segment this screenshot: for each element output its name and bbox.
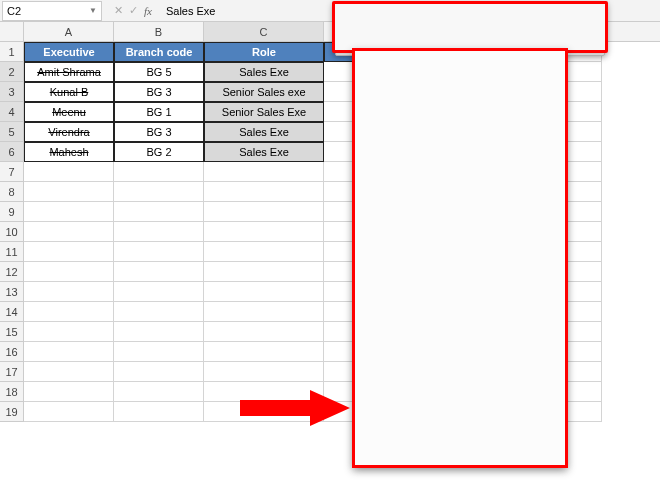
cell-A9[interactable]	[24, 202, 114, 222]
borders-icon[interactable]	[444, 32, 462, 50]
cell-C11[interactable]	[204, 242, 324, 262]
row-head-1[interactable]: 1	[0, 42, 24, 62]
cell-C8[interactable]	[204, 182, 324, 202]
ctx-filter[interactable]: Filter ▶	[356, 289, 564, 313]
cell-B9[interactable]	[114, 202, 204, 222]
cell-B14[interactable]	[114, 302, 204, 322]
cell-A14[interactable]	[24, 302, 114, 322]
row-head-18[interactable]: 18	[0, 382, 24, 402]
cell-A16[interactable]	[24, 342, 114, 362]
cell-A10[interactable]	[24, 222, 114, 242]
col-head-B[interactable]: B	[114, 22, 204, 41]
bold-button[interactable]: B	[339, 32, 357, 50]
row-head-19[interactable]: 19	[0, 402, 24, 422]
font-name-box[interactable]: Calibri▼	[339, 10, 397, 28]
chevron-down-icon[interactable]: ▼	[89, 6, 97, 15]
formula-input[interactable]	[158, 5, 338, 17]
cell-A19[interactable]	[24, 402, 114, 422]
row-head-9[interactable]: 9	[0, 202, 24, 222]
cell-B5[interactable]: BG 3	[114, 122, 204, 142]
row-head-16[interactable]: 16	[0, 342, 24, 362]
row-head-5[interactable]: 5	[0, 122, 24, 142]
font-size-box[interactable]: 11▼	[400, 10, 430, 28]
cell-B3[interactable]: BG 3	[114, 82, 204, 102]
row-head-15[interactable]: 15	[0, 322, 24, 342]
ctx-insert[interactable]: Insert...	[356, 188, 564, 212]
ctx-format-cells[interactable]: Format Cells...	[356, 366, 564, 390]
center-align-icon[interactable]	[381, 32, 399, 50]
ctx-cut[interactable]: Cut	[356, 55, 564, 79]
row-head-3[interactable]: 3	[0, 82, 24, 102]
ctx-pick-list[interactable]: Pick From Drop-down List...	[356, 390, 564, 414]
row-head-7[interactable]: 7	[0, 162, 24, 182]
row-head-6[interactable]: 6	[0, 142, 24, 162]
ctx-copy[interactable]: Copy	[356, 79, 564, 103]
format-painter-icon[interactable]	[538, 10, 556, 28]
cell-A15[interactable]	[24, 322, 114, 342]
cell-C6[interactable]: Sales Exe	[204, 142, 324, 162]
cell-B19[interactable]	[114, 402, 204, 422]
row-head-11[interactable]: 11	[0, 242, 24, 262]
font-color-icon[interactable]: A	[423, 32, 441, 50]
cell-C3[interactable]: Senior Sales exe	[204, 82, 324, 102]
cell-A7[interactable]	[24, 162, 114, 182]
cell-C13[interactable]	[204, 282, 324, 302]
row-head-8[interactable]: 8	[0, 182, 24, 202]
paste-opt-default[interactable]: A	[386, 129, 414, 155]
row-head-2[interactable]: 2	[0, 62, 24, 82]
increase-font-icon[interactable]: A▴	[433, 10, 451, 28]
percent-format-icon[interactable]: %	[496, 10, 514, 28]
cell-A13[interactable]	[24, 282, 114, 302]
cell-C5[interactable]: Sales Exe	[204, 122, 324, 142]
cell-C10[interactable]	[204, 222, 324, 242]
ctx-insert-comment[interactable]: Insert Comment	[356, 342, 564, 366]
cell-B15[interactable]	[114, 322, 204, 342]
col-head-C[interactable]: C	[204, 22, 324, 41]
name-box[interactable]: C2 ▼	[2, 1, 102, 21]
ctx-clear[interactable]: Clear Contents	[356, 236, 564, 260]
comma-format-icon[interactable]: ,	[517, 10, 535, 28]
cell-C12[interactable]	[204, 262, 324, 282]
cell-C4[interactable]: Senior Sales Exe	[204, 102, 324, 122]
ctx-paste-special[interactable]: Paste Special...	[356, 159, 564, 183]
row-head-13[interactable]: 13	[0, 282, 24, 302]
cell-B18[interactable]	[114, 382, 204, 402]
cell-A6[interactable]: Mahesh	[24, 142, 114, 162]
ctx-delete[interactable]: Delete...	[356, 212, 564, 236]
cell-B10[interactable]	[114, 222, 204, 242]
cell-B12[interactable]	[114, 262, 204, 282]
accounting-format-icon[interactable]: $	[475, 10, 493, 28]
cell-A17[interactable]	[24, 362, 114, 382]
cell-C2[interactable]: Sales Exe	[204, 62, 324, 82]
cell-C7[interactable]	[204, 162, 324, 182]
cell-C15[interactable]	[204, 322, 324, 342]
cell-B6[interactable]: BG 2	[114, 142, 204, 162]
increase-decimal-icon[interactable]: .0→.00	[486, 32, 504, 50]
ctx-sort[interactable]: Sort ▶	[356, 313, 564, 337]
cell-B1[interactable]: Branch code	[114, 42, 204, 62]
cell-B8[interactable]	[114, 182, 204, 202]
col-head-A[interactable]: A	[24, 22, 114, 41]
cell-C16[interactable]	[204, 342, 324, 362]
cell-B7[interactable]	[114, 162, 204, 182]
cell-C17[interactable]	[204, 362, 324, 382]
decrease-font-icon[interactable]: A▾	[454, 10, 472, 28]
row-head-4[interactable]: 4	[0, 102, 24, 122]
cell-A4[interactable]: Meenu	[24, 102, 114, 122]
row-head-10[interactable]: 10	[0, 222, 24, 242]
cancel-icon[interactable]: ✕	[114, 4, 123, 17]
ctx-define-name[interactable]: Define Name...	[356, 414, 564, 438]
ctx-quick-analysis[interactable]: Quick Analysis	[356, 265, 564, 289]
cell-C14[interactable]	[204, 302, 324, 322]
row-head-12[interactable]: 12	[0, 262, 24, 282]
cell-A12[interactable]	[24, 262, 114, 282]
row-head-14[interactable]: 14	[0, 302, 24, 322]
cell-A2[interactable]: Amit Shrama	[24, 62, 114, 82]
cell-B17[interactable]	[114, 362, 204, 382]
fill-color-icon[interactable]	[402, 32, 420, 50]
italic-button[interactable]: I	[360, 32, 378, 50]
ctx-hyperlink[interactable]: Hyperlink...	[356, 438, 564, 462]
cell-A11[interactable]	[24, 242, 114, 262]
cell-A5[interactable]: Virendra	[24, 122, 114, 142]
cell-B4[interactable]: BG 1	[114, 102, 204, 122]
